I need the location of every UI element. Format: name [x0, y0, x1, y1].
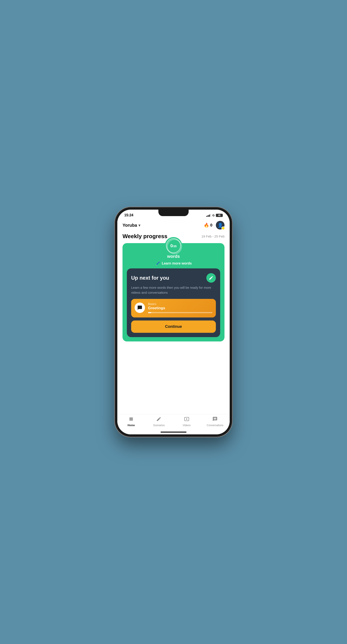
weekly-progress-section: Weekly progress 19 Feb - 25 Feb 0/35	[117, 232, 230, 345]
weekly-title: Weekly progress	[122, 233, 168, 240]
learn-more-button[interactable]: 🖊️ Learn more words	[155, 261, 192, 266]
up-next-icon	[206, 273, 216, 283]
network-type: G	[212, 214, 214, 217]
lesson-progress-bar	[148, 312, 212, 313]
spacer	[117, 345, 230, 414]
app-content: Yoruba ∨ 🔥 0 👤 ⭐ Weekly prog	[117, 219, 230, 414]
chat-icon	[137, 305, 142, 310]
status-right: G 46	[206, 214, 223, 217]
lesson-name: Greetings	[148, 306, 212, 310]
battery-icon: 46	[216, 214, 223, 217]
nav-videos[interactable]: Videos	[179, 416, 194, 427]
streak-container: 🔥 0	[204, 222, 212, 228]
chevron-down-icon: ∨	[138, 224, 140, 227]
conversations-icon	[212, 416, 218, 423]
status-time: 15:24	[124, 213, 133, 218]
nav-conversations[interactable]: Conversations	[207, 416, 224, 427]
nav-conversations-label: Conversations	[207, 424, 224, 427]
avatar-badge: ⭐	[222, 226, 225, 230]
lesson-icon	[134, 302, 145, 313]
home-indicator	[160, 432, 186, 433]
language-name: Yoruba	[122, 223, 137, 228]
up-next-title: Up next for you	[131, 275, 169, 281]
app-header: Yoruba ∨ 🔥 0 👤 ⭐	[117, 219, 230, 232]
bottom-nav: Home Scenarios Videos	[117, 414, 230, 430]
videos-icon	[184, 416, 189, 423]
nav-home-label: Home	[128, 424, 134, 427]
phone-frame: 15:24 G 46 Yoruba ∨	[115, 208, 232, 436]
scenarios-icon	[156, 416, 162, 423]
lesson-category: Basics	[148, 302, 212, 306]
nav-home[interactable]: Home	[124, 416, 139, 427]
nav-videos-label: Videos	[183, 424, 190, 427]
words-card: 0/35 words 🖊️ Learn more words Up next f…	[122, 243, 224, 342]
lesson-info: Basics Greetings	[148, 302, 212, 313]
flame-icon: 🔥	[204, 222, 209, 228]
streak-count: 0	[210, 223, 212, 228]
nav-scenarios[interactable]: Scenarios	[151, 416, 166, 427]
progress-ring-svg	[166, 238, 183, 255]
home-bar	[117, 430, 230, 434]
screen: 15:24 G 46 Yoruba ∨	[117, 210, 230, 434]
up-next-card: Up next for you Learn a few more words t…	[127, 268, 220, 337]
progress-circle: 0/35	[165, 237, 182, 254]
header-right: 🔥 0 👤 ⭐	[204, 221, 224, 230]
pencil-cursor-icon	[209, 276, 214, 280]
signal-icon	[206, 214, 211, 217]
svg-marker-3	[186, 418, 188, 420]
learn-more-text: Learn more words	[162, 262, 192, 266]
nav-scenarios-label: Scenarios	[153, 424, 165, 427]
lesson-progress-fill	[148, 312, 151, 313]
progress-circle-inner: 0/35	[166, 238, 181, 253]
notch	[158, 210, 188, 216]
avatar[interactable]: 👤 ⭐	[216, 221, 224, 230]
svg-point-0	[167, 240, 182, 254]
up-next-header: Up next for you	[131, 273, 216, 283]
cursor-icon: 🖊️	[155, 261, 160, 266]
up-next-description: Learn a few more words then you will be …	[131, 285, 216, 295]
date-range: 19 Feb - 25 Feb	[201, 234, 224, 238]
continue-button[interactable]: Continue	[131, 320, 216, 333]
lesson-item[interactable]: Basics Greetings	[131, 299, 216, 318]
home-icon	[128, 416, 134, 423]
language-selector[interactable]: Yoruba ∨	[122, 223, 140, 228]
